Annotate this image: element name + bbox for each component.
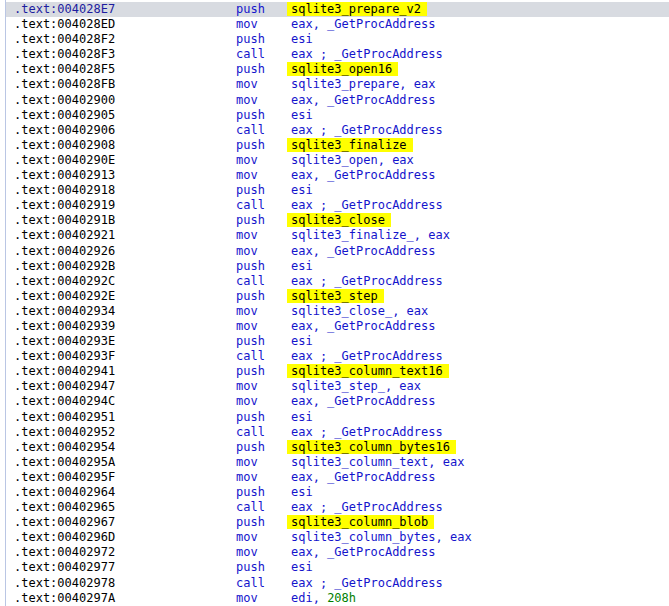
disassembly-row[interactable]: .text:00402939moveax, _GetProcAddress xyxy=(0,319,669,334)
disassembly-row-selected[interactable]: .text:004028E7pushsqlite3_prepare_v2 xyxy=(0,2,669,17)
disassembly-row[interactable]: .text:00402926moveax, _GetProcAddress xyxy=(0,244,669,259)
disassembly-row[interactable]: .text:00402954pushsqlite3_column_bytes16 xyxy=(0,440,669,455)
address-label: .text:00402906 xyxy=(14,123,115,138)
instruction-mnemonic: call xyxy=(236,500,265,515)
instruction-mnemonic: push xyxy=(236,515,265,530)
address-label: .text:00402941 xyxy=(14,364,115,379)
operand-field: esi xyxy=(291,410,313,425)
highlighted-symbol-name[interactable]: sqlite3_column_blob xyxy=(287,515,434,529)
disassembly-row[interactable]: .text:00402908pushsqlite3_finalize xyxy=(0,138,669,153)
operand-field: eax ; _GetProcAddress xyxy=(291,500,443,515)
operand-field: esi xyxy=(291,259,313,274)
disassembly-row[interactable]: .text:004028F5pushsqlite3_open16 xyxy=(0,62,669,77)
operand-text: edi, xyxy=(291,591,327,605)
operand-field: eax, _GetProcAddress xyxy=(291,93,436,108)
disassembly-row[interactable]: .text:004028F2pushesi xyxy=(0,32,669,47)
highlighted-symbol-name[interactable]: sqlite3_open16 xyxy=(287,62,398,76)
disassembly-row[interactable]: .text:00402918pushesi xyxy=(0,183,669,198)
highlighted-symbol-name[interactable]: sqlite3_column_bytes16 xyxy=(287,440,456,454)
operand-text: sqlite3_close_, eax xyxy=(291,304,428,318)
disassembly-row[interactable]: .text:004028EDmoveax, _GetProcAddress xyxy=(0,17,669,32)
operand-field: sqlite3_column_text16 xyxy=(291,364,449,379)
instruction-mnemonic: mov xyxy=(236,77,258,92)
disassembly-row[interactable]: .text:0040290Emovsqlite3_open, eax xyxy=(0,153,669,168)
disassembly-row[interactable]: .text:004028FBmovsqlite3_prepare, eax xyxy=(0,77,669,92)
address-label: .text:00402977 xyxy=(14,560,115,575)
disassembly-row[interactable]: .text:0040293Epushesi xyxy=(0,334,669,349)
operand-text: eax ; _GetProcAddress xyxy=(291,123,443,137)
address-label: .text:004028ED xyxy=(14,17,115,32)
disassembly-row[interactable]: .text:00402964pushesi xyxy=(0,485,669,500)
disassembly-row[interactable]: .text:00402906calleax ; _GetProcAddress xyxy=(0,123,669,138)
address-label: .text:00402954 xyxy=(14,440,115,455)
operand-field: sqlite3_finalize_, eax xyxy=(291,228,450,243)
address-label: .text:00402947 xyxy=(14,379,115,394)
operand-text: esi xyxy=(291,334,313,348)
address-label: .text:00402939 xyxy=(14,319,115,334)
operand-text: eax ; _GetProcAddress xyxy=(291,500,443,514)
disassembly-row[interactable]: .text:00402913moveax, _GetProcAddress xyxy=(0,168,669,183)
address-label: .text:00402964 xyxy=(14,485,115,500)
highlighted-symbol-name[interactable]: sqlite3_step xyxy=(287,289,384,303)
disassembly-row[interactable]: .text:00402947movsqlite3_step_, eax xyxy=(0,379,669,394)
highlighted-symbol-name[interactable]: sqlite3_prepare_v2 xyxy=(287,2,427,16)
highlighted-symbol-name[interactable]: sqlite3_finalize xyxy=(287,138,413,152)
disassembly-row[interactable]: .text:0040292Epushsqlite3_step xyxy=(0,289,669,304)
instruction-mnemonic: call xyxy=(236,274,265,289)
operand-field: eax, _GetProcAddress xyxy=(291,244,436,259)
highlighted-symbol-name[interactable]: sqlite3_column_text16 xyxy=(287,364,449,378)
disassembly-row[interactable]: .text:0040295Fmoveax, _GetProcAddress xyxy=(0,470,669,485)
address-label: .text:00402908 xyxy=(14,138,115,153)
instruction-mnemonic: call xyxy=(236,198,265,213)
disassembly-row[interactable]: .text:00402905pushesi xyxy=(0,108,669,123)
disassembly-row[interactable]: .text:00402965calleax ; _GetProcAddress xyxy=(0,500,669,515)
disassembly-row[interactable]: .text:00402972moveax, _GetProcAddress xyxy=(0,545,669,560)
address-label: .text:0040293F xyxy=(14,349,115,364)
disassembly-row[interactable]: .text:00402967pushsqlite3_column_blob xyxy=(0,515,669,530)
disassembly-row[interactable]: .text:00402978calleax ; _GetProcAddress xyxy=(0,576,669,591)
highlighted-symbol-name[interactable]: sqlite3_close xyxy=(287,213,391,227)
operand-text: eax, _GetProcAddress xyxy=(291,17,436,31)
operand-field: eax, _GetProcAddress xyxy=(291,319,436,334)
disassembly-listing: .text:004028E7pushsqlite3_prepare_v2.tex… xyxy=(0,0,669,606)
disassembly-row[interactable]: .text:00402921movsqlite3_finalize_, eax xyxy=(0,228,669,243)
operand-field: esi xyxy=(291,108,313,123)
instruction-mnemonic: mov xyxy=(236,470,258,485)
disassembly-row[interactable]: .text:00402952calleax ; _GetProcAddress xyxy=(0,425,669,440)
disassembly-row[interactable]: .text:0040292Bpushesi xyxy=(0,259,669,274)
disassembly-row[interactable]: .text:0040294Cmoveax, _GetProcAddress xyxy=(0,394,669,409)
disassembly-row[interactable]: .text:0040297Amovedi, 208h xyxy=(0,591,669,606)
operand-field: eax ; _GetProcAddress xyxy=(291,47,443,62)
operand-field: eax ; _GetProcAddress xyxy=(291,198,443,213)
address-label: .text:0040294C xyxy=(14,394,115,409)
address-label: .text:0040291B xyxy=(14,213,115,228)
address-label: .text:0040292C xyxy=(14,274,115,289)
disassembly-row[interactable]: .text:00402919calleax ; _GetProcAddress xyxy=(0,198,669,213)
operand-field: eax, _GetProcAddress xyxy=(291,17,436,32)
operand-text: eax ; _GetProcAddress xyxy=(291,349,443,363)
instruction-mnemonic: mov xyxy=(236,244,258,259)
operand-text: eax, _GetProcAddress xyxy=(291,470,436,484)
disassembly-row[interactable]: .text:00402934movsqlite3_close_, eax xyxy=(0,304,669,319)
operand-text: eax ; _GetProcAddress xyxy=(291,47,443,61)
disassembly-row[interactable]: .text:00402941pushsqlite3_column_text16 xyxy=(0,364,669,379)
disassembly-row[interactable]: .text:0040292Ccalleax ; _GetProcAddress xyxy=(0,274,669,289)
disassembly-row[interactable]: .text:0040293Fcalleax ; _GetProcAddress xyxy=(0,349,669,364)
operand-field: sqlite3_step xyxy=(291,289,384,304)
instruction-mnemonic: mov xyxy=(236,17,258,32)
disassembly-row[interactable]: .text:00402951pushesi xyxy=(0,410,669,425)
disassembly-row[interactable]: .text:00402900moveax, _GetProcAddress xyxy=(0,93,669,108)
instruction-mnemonic: mov xyxy=(236,455,258,470)
operand-text: eax, _GetProcAddress xyxy=(291,394,436,408)
operand-text: esi xyxy=(291,259,313,273)
disassembly-row[interactable]: .text:004028F3calleax ; _GetProcAddress xyxy=(0,47,669,62)
address-label: .text:00402900 xyxy=(14,93,115,108)
immediate-value: 208h xyxy=(327,591,356,605)
address-label: .text:0040296D xyxy=(14,530,115,545)
disassembly-row[interactable]: .text:0040295Amovsqlite3_column_text, ea… xyxy=(0,455,669,470)
address-label: .text:004028E7 xyxy=(14,2,115,17)
disassembly-row[interactable]: .text:0040291Bpushsqlite3_close xyxy=(0,213,669,228)
disassembly-row[interactable]: .text:0040296Dmovsqlite3_column_bytes, e… xyxy=(0,530,669,545)
instruction-mnemonic: push xyxy=(236,259,265,274)
disassembly-row[interactable]: .text:00402977pushesi xyxy=(0,560,669,575)
